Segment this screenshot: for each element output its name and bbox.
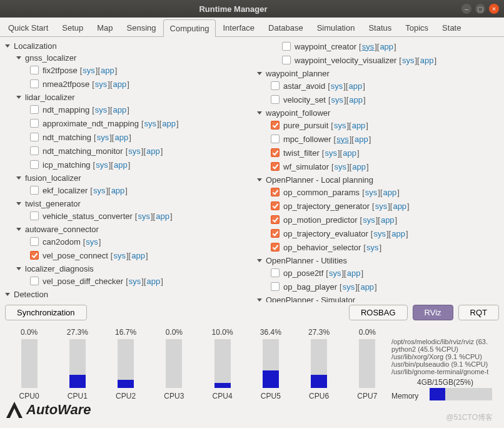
sys-link[interactable]: sys <box>97 133 109 142</box>
sys-link[interactable]: sys <box>402 56 415 65</box>
sys-link[interactable]: sys <box>363 215 375 225</box>
checkbox-ndt_mapping[interactable] <box>30 105 39 114</box>
checkbox-vel_pose_diff_checker[interactable] <box>30 277 39 285</box>
checkbox-astar_avoid[interactable] <box>271 81 280 90</box>
app-link[interactable]: app <box>111 186 125 195</box>
group-localizer_diagnosis[interactable]: localizer_diagnosis <box>16 263 247 274</box>
sys-link[interactable]: sys <box>138 211 150 221</box>
checkbox-waypoint_velocity_visualizer[interactable] <box>282 56 291 64</box>
app-link[interactable]: app <box>420 56 434 65</box>
sys-link[interactable]: sys <box>144 119 157 128</box>
app-link[interactable]: app <box>355 135 368 144</box>
app-link[interactable]: app <box>162 119 176 128</box>
sys-link[interactable]: sys <box>365 188 378 197</box>
app-link[interactable]: app <box>352 162 366 171</box>
checkbox-velocity_set[interactable] <box>271 95 280 104</box>
sys-link[interactable]: sys <box>362 42 375 51</box>
checkbox-fix2tfpose[interactable] <box>30 66 39 74</box>
group-Localization[interactable]: Localization <box>5 41 247 51</box>
tab-topics[interactable]: Topics <box>398 19 435 36</box>
checkbox-op_behavior_selector[interactable] <box>271 243 280 252</box>
checkbox-can2odom[interactable] <box>30 237 39 246</box>
tab-simulation[interactable]: Simulation <box>310 19 362 36</box>
rviz-button[interactable]: RViz <box>413 305 453 320</box>
rosbag-button[interactable]: ROSBAG <box>349 305 408 320</box>
app-link[interactable]: app <box>393 201 406 211</box>
tab-setup[interactable]: Setup <box>55 19 90 36</box>
group-autoware_connector[interactable]: autoware_connector <box>16 224 247 235</box>
tab-interface[interactable]: Interface <box>216 19 261 36</box>
checkbox-nmea2tfpose[interactable] <box>30 79 39 88</box>
checkbox-op_trajectory_generator[interactable] <box>271 201 280 210</box>
rqt-button[interactable]: RQT <box>458 305 499 320</box>
app-link[interactable]: app <box>380 42 393 51</box>
tab-sensing[interactable]: Sensing <box>120 19 163 36</box>
sys-link[interactable]: sys <box>95 79 108 89</box>
minimize-button[interactable]: – <box>461 4 471 14</box>
sys-link[interactable]: sys <box>331 81 343 91</box>
app-link[interactable]: app <box>113 79 127 89</box>
sys-link[interactable]: sys <box>96 160 108 170</box>
sys-link[interactable]: sys <box>93 186 106 195</box>
app-link[interactable]: app <box>156 211 169 221</box>
tab-state[interactable]: State <box>435 19 468 36</box>
checkbox-mpc_follower[interactable] <box>271 135 280 143</box>
app-link[interactable]: app <box>391 229 405 238</box>
sys-link[interactable]: sys <box>83 66 95 75</box>
sys-link[interactable]: sys <box>331 95 344 104</box>
checkbox-vehicle_status_converter[interactable] <box>30 211 39 220</box>
checkbox-wf_simulator[interactable] <box>271 162 280 171</box>
app-link[interactable]: app <box>146 146 160 156</box>
checkbox-waypoint_creator[interactable] <box>282 42 291 51</box>
group-waypoint_follower[interactable]: waypoint_follower <box>257 108 499 118</box>
checkbox-pure_pursuit[interactable] <box>271 121 280 130</box>
tab-quick-start[interactable]: Quick Start <box>1 19 55 36</box>
group-twist_generator[interactable]: twist_generator <box>16 198 247 209</box>
group-fusion_localizer[interactable]: fusion_localizer <box>16 173 247 183</box>
tab-map[interactable]: Map <box>90 19 119 36</box>
app-link[interactable]: app <box>352 121 366 130</box>
group-waypoint_planner[interactable]: waypoint_planner <box>257 68 499 79</box>
checkbox-ekf_localizer[interactable] <box>30 186 39 195</box>
group-OpenPlanner - Local planning[interactable]: OpenPlanner - Local planning <box>257 175 499 185</box>
group-Detection[interactable]: Detection <box>5 289 247 300</box>
app-link[interactable]: app <box>381 215 395 225</box>
checkbox-op_trajectory_evaluator[interactable] <box>271 229 280 238</box>
tab-computing[interactable]: Computing <box>163 19 216 37</box>
sys-link[interactable]: sys <box>329 268 341 278</box>
checkbox-twist_filter[interactable] <box>271 148 280 157</box>
app-link[interactable]: app <box>147 277 161 286</box>
app-link[interactable]: app <box>383 188 397 197</box>
app-link[interactable]: app <box>360 282 374 292</box>
sys-link[interactable]: sys <box>129 277 141 286</box>
app-link[interactable]: app <box>347 268 361 278</box>
checkbox-op_motion_predictor[interactable] <box>271 215 280 224</box>
group-lidar_localizer[interactable]: lidar_localizer <box>16 92 247 103</box>
group-OpenPlanner - Utilities[interactable]: OpenPlanner - Utilities <box>257 255 499 266</box>
checkbox-approximate_ndt_mapping[interactable] <box>30 119 39 128</box>
sys-link[interactable]: sys <box>335 162 347 171</box>
sync-button[interactable]: Synchronization <box>5 305 87 320</box>
checkbox-op_common_params[interactable] <box>271 188 280 196</box>
checkbox-ndt_matching[interactable] <box>30 133 39 141</box>
app-link[interactable]: app <box>114 133 128 142</box>
sys-link[interactable]: sys <box>375 201 388 211</box>
checkbox-op_pose2tf[interactable] <box>271 268 280 277</box>
checkbox-vel_pose_connect[interactable] <box>30 251 39 260</box>
tab-status[interactable]: Status <box>361 19 398 36</box>
sys-link[interactable]: sys <box>128 146 141 156</box>
group-OpenPlanner - Simulator[interactable]: OpenPlanner - Simulator <box>257 295 499 302</box>
group-gnss_localizer[interactable]: gnss_localizer <box>16 53 247 63</box>
sys-link[interactable]: sys <box>334 121 346 130</box>
app-link[interactable]: app <box>113 105 127 115</box>
close-button[interactable]: × <box>489 4 499 14</box>
app-link[interactable]: app <box>343 148 356 158</box>
app-link[interactable]: app <box>114 160 128 170</box>
app-link[interactable]: app <box>101 66 114 75</box>
checkbox-ndt_matching_monitor[interactable] <box>30 146 39 155</box>
sys-link[interactable]: sys <box>86 237 98 247</box>
sys-link[interactable]: sys <box>366 243 379 252</box>
sys-link[interactable]: sys <box>336 135 349 144</box>
sys-link[interactable]: sys <box>373 229 386 238</box>
checkbox-icp_matching[interactable] <box>30 160 39 169</box>
